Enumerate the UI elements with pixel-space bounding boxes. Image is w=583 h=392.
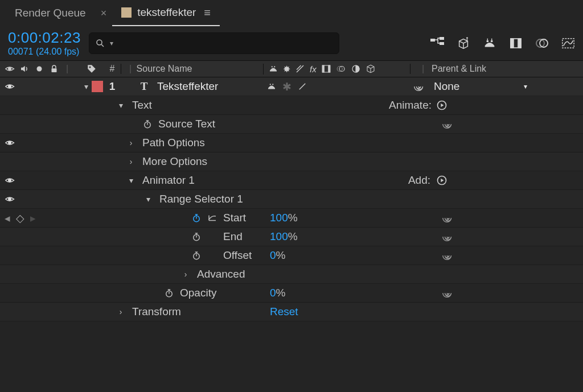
twirl-right-icon[interactable]: › xyxy=(180,270,191,279)
property-label[interactable]: Animator 1 xyxy=(142,174,195,187)
tab-composition[interactable]: teksteffekter ≡ xyxy=(112,0,220,26)
property-value[interactable]: 100 xyxy=(270,230,288,242)
adjustment-col-icon[interactable] xyxy=(351,64,361,74)
hide-shy-icon[interactable] xyxy=(483,36,496,50)
add-keyframe-icon[interactable]: ◇ xyxy=(16,212,24,225)
tab-label: Render Queue xyxy=(15,7,86,19)
motionblur-col-icon[interactable] xyxy=(336,64,346,74)
parent-link-header[interactable]: | Parent & Link xyxy=(410,64,533,74)
expression-pickwhip-icon[interactable] xyxy=(442,212,454,224)
property-group-range-selector[interactable]: ▾ Range Selector 1 xyxy=(0,190,583,209)
twirl-right-icon[interactable]: › xyxy=(125,138,137,147)
current-timecode[interactable]: 0:00:02:23 xyxy=(8,29,81,47)
text-layer-icon: T xyxy=(137,80,151,93)
svg-rect-3 xyxy=(440,37,444,40)
lock-header-icon[interactable] xyxy=(49,64,59,74)
property-label[interactable]: Range Selector 1 xyxy=(159,193,243,205)
property-end[interactable]: End 100% xyxy=(0,228,583,246)
property-value[interactable]: 100 xyxy=(270,212,288,224)
twirl-down-icon[interactable]: ▾ xyxy=(142,195,154,204)
expression-pickwhip-icon[interactable] xyxy=(442,118,454,130)
property-group-more-options[interactable]: › More Options xyxy=(0,152,583,171)
label-header-icon[interactable] xyxy=(87,64,97,74)
property-opacity[interactable]: Opacity 0% xyxy=(0,284,583,303)
quality-switch-icon[interactable] xyxy=(297,81,307,92)
property-value[interactable]: 0 xyxy=(270,287,276,299)
frameblend-col-icon[interactable] xyxy=(321,64,331,74)
expression-pickwhip-icon[interactable] xyxy=(442,249,454,262)
switches-header: ✸ fx xyxy=(263,64,410,75)
eye-icon[interactable] xyxy=(5,194,15,204)
draft-3d-icon[interactable] xyxy=(457,36,470,50)
index-header[interactable]: # xyxy=(104,64,121,74)
twirl-right-icon[interactable]: › xyxy=(115,307,126,316)
twirl-down-icon[interactable]: ▾ xyxy=(115,101,126,110)
property-group-text[interactable]: ▾ Text Animate: xyxy=(0,96,583,115)
layer-color-swatch[interactable] xyxy=(92,81,103,92)
motion-blur-icon[interactable] xyxy=(535,36,549,50)
eye-icon[interactable] xyxy=(5,138,15,148)
next-keyframe-icon[interactable]: ▸ xyxy=(30,212,36,225)
property-start[interactable]: ◂ ◇ ▸ Start 100% xyxy=(0,209,583,228)
search-icon xyxy=(95,38,105,48)
shy-switch-icon[interactable] xyxy=(266,81,277,92)
search-field[interactable] xyxy=(118,38,333,48)
frame-blend-icon[interactable] xyxy=(509,36,523,50)
graph-editor-icon[interactable] xyxy=(561,36,575,50)
add-label: Add: xyxy=(408,174,430,187)
stopwatch-icon[interactable] xyxy=(142,119,153,129)
property-group-transform[interactable]: › Transform Reset xyxy=(0,303,583,321)
pickwhip-icon[interactable] xyxy=(413,80,426,93)
fx-col-icon[interactable]: fx xyxy=(310,64,317,74)
layer-name[interactable]: Teksteffekter xyxy=(157,80,218,93)
collapse-switch-icon[interactable]: ✱ xyxy=(282,80,292,93)
property-label: More Options xyxy=(142,155,207,168)
svg-rect-11 xyxy=(511,39,513,48)
reset-link[interactable]: Reset xyxy=(270,306,298,317)
audio-header-icon[interactable] xyxy=(19,64,30,74)
graph-icon[interactable] xyxy=(207,213,217,223)
solo-header-icon[interactable] xyxy=(34,64,44,74)
eye-header-icon[interactable] xyxy=(5,64,15,74)
stopwatch-icon[interactable] xyxy=(191,232,202,242)
eye-icon[interactable] xyxy=(5,175,15,185)
property-label: Transform xyxy=(132,306,181,318)
twirl-down-icon[interactable]: ▾ xyxy=(125,176,137,185)
property-unit: % xyxy=(288,212,298,224)
tab-render-queue[interactable]: Render Queue xyxy=(6,0,95,26)
expression-pickwhip-icon[interactable] xyxy=(442,287,454,299)
stopwatch-icon[interactable] xyxy=(164,288,174,298)
parent-dropdown[interactable]: None ▾ xyxy=(432,79,533,94)
add-menu-icon[interactable] xyxy=(436,175,447,186)
source-name-header[interactable]: | Source Name xyxy=(121,64,263,74)
twirl-right-icon[interactable]: › xyxy=(125,157,137,166)
stopwatch-icon[interactable] xyxy=(191,250,202,261)
search-input[interactable]: ▾ xyxy=(89,32,339,54)
3d-col-icon[interactable] xyxy=(366,64,376,74)
collapse-col-icon[interactable]: ✸ xyxy=(283,64,290,75)
svg-rect-28 xyxy=(328,65,330,72)
prev-keyframe-icon[interactable]: ◂ xyxy=(5,212,10,225)
composition-flowchart-icon[interactable] xyxy=(430,36,444,50)
svg-point-6 xyxy=(486,40,488,42)
layer-row[interactable]: ▾ 1 T Teksteffekter ✱ None ▾ xyxy=(0,77,583,96)
property-source-text[interactable]: Source Text xyxy=(0,115,583,134)
layer-rows: ▾ 1 T Teksteffekter ✱ None ▾ xyxy=(0,77,583,321)
twirl-down-icon[interactable]: ▾ xyxy=(80,82,92,91)
property-label: Start xyxy=(223,212,246,224)
property-group-animator[interactable]: ▾ Animator 1 Add: xyxy=(0,171,583,190)
panel-menu-icon[interactable]: ≡ xyxy=(202,6,211,19)
close-icon[interactable]: × xyxy=(101,7,107,19)
property-group-advanced[interactable]: › Advanced xyxy=(0,265,583,284)
animate-menu-icon[interactable] xyxy=(436,100,447,111)
property-group-path-options[interactable]: › Path Options xyxy=(0,134,583,152)
tab-label: teksteffekter xyxy=(137,6,196,19)
stopwatch-icon[interactable] xyxy=(191,213,202,223)
quality-col-icon[interactable] xyxy=(295,64,305,74)
svg-rect-2 xyxy=(430,39,435,42)
property-value[interactable]: 0 xyxy=(270,249,276,261)
expression-pickwhip-icon[interactable] xyxy=(442,230,454,243)
property-offset[interactable]: Offset 0% xyxy=(0,246,583,265)
eye-icon[interactable] xyxy=(5,81,15,92)
shy-col-icon[interactable] xyxy=(268,64,278,74)
